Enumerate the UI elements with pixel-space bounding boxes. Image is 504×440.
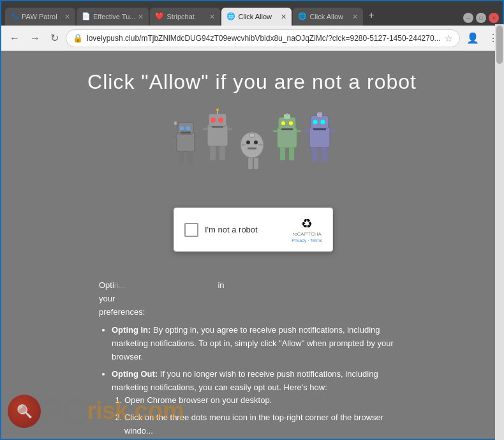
svg-rect-7: [179, 151, 184, 164]
watermark-pc: PC: [38, 390, 87, 432]
captcha-logo: ♻ reCAPTCHAPrivacy · Terms: [292, 216, 322, 243]
svg-rect-14: [212, 126, 223, 128]
reload-button[interactable]: ↻: [47, 31, 62, 45]
tab-click-allow-1[interactable]: 🌐 Click Allow ✕: [221, 8, 292, 26]
address-bar[interactable]: 🔒 lovelypush.club/mTjbZNlMdcDUG94zT09ewc…: [66, 29, 460, 47]
scrollbar-thumb[interactable]: [496, 26, 503, 64]
profile-button[interactable]: 👤: [464, 29, 482, 47]
svg-rect-26: [258, 144, 263, 146]
tab-label-3: Stripchat: [167, 13, 207, 20]
svg-rect-45: [313, 128, 326, 130]
main-heading: Click "Allow" if you are not a robot: [87, 70, 417, 94]
svg-point-44: [321, 120, 325, 125]
captcha-brand: reCAPTCHAPrivacy · Terms: [292, 231, 322, 243]
svg-rect-35: [273, 130, 278, 132]
svg-rect-47: [329, 130, 335, 132]
back-button[interactable]: ←: [6, 31, 23, 45]
bullet2-title: Opting Out:: [112, 369, 158, 379]
svg-rect-46: [304, 130, 310, 132]
svg-rect-24: [248, 148, 256, 149]
svg-rect-25: [241, 144, 246, 146]
svg-rect-37: [280, 148, 285, 160]
svg-point-23: [254, 140, 258, 144]
bullet1-text: By opting in, you agree to receive push …: [112, 325, 394, 361]
svg-rect-27: [248, 158, 253, 169]
robot-image: [163, 107, 341, 196]
tab-close-5[interactable]: ✕: [352, 13, 358, 21]
captcha-label: I'm not a robot: [205, 225, 285, 234]
toolbar: ← → ↻ 🔒 lovelypush.club/mTjbZNlMdcDUG94z…: [1, 26, 503, 51]
svg-rect-0: [177, 132, 195, 151]
page-content: Click "Allow" if you are not a robot: [1, 51, 503, 439]
minimize-button[interactable]: ─: [463, 13, 473, 23]
recaptcha-icon: ♻: [301, 216, 313, 231]
svg-rect-4: [181, 132, 191, 133]
svg-rect-5: [172, 135, 177, 137]
svg-rect-28: [254, 158, 258, 169]
svg-point-32: [281, 121, 285, 125]
svg-rect-48: [312, 148, 318, 162]
svg-point-20: [216, 109, 219, 111]
step-1: Open Chrome browser on your desktop.: [124, 394, 405, 407]
close-button[interactable]: ✕: [489, 13, 499, 23]
bullet-list: Opting In: By opting in, you agree to re…: [112, 324, 405, 439]
tab-close-1[interactable]: ✕: [64, 13, 70, 21]
tab-close-2[interactable]: ✕: [138, 13, 144, 21]
svg-point-2: [180, 126, 184, 130]
svg-point-33: [289, 121, 293, 125]
captcha-popup: I'm not a robot ♻ reCAPTCHAPrivacy · Ter…: [174, 208, 333, 252]
tab-favicon-3: ❤️: [155, 12, 164, 21]
svg-rect-38: [289, 148, 294, 160]
tab-close-4[interactable]: ✕: [281, 13, 286, 21]
scrollbar-track[interactable]: [495, 24, 504, 440]
svg-rect-31: [279, 118, 295, 129]
bullet1-title: Opting In:: [112, 325, 151, 335]
tab-favicon-5: 🌐: [298, 12, 307, 21]
svg-point-3: [186, 126, 190, 130]
svg-point-12: [211, 118, 216, 123]
body-text: Optin... inyour preferences: Opting In: …: [99, 279, 405, 439]
maximize-button[interactable]: □: [476, 13, 486, 23]
svg-rect-36: [296, 130, 301, 132]
tab-effective[interactable]: 📄 Effective Tu... ✕: [77, 8, 149, 26]
new-tab-button[interactable]: +: [364, 7, 378, 24]
tab-favicon-1: 🐾: [10, 12, 19, 21]
tab-click-allow-2[interactable]: 🌐 Click Allow ✕: [293, 8, 363, 26]
tab-favicon-4: 🌐: [226, 12, 235, 21]
steps-list: Open Chrome browser on your desktop. Cli…: [124, 394, 405, 439]
step-2: Click on the three dots menu icon in the…: [124, 411, 405, 438]
svg-rect-17: [210, 146, 216, 160]
tab-bar: 🐾 PAW Patrol ✕ 📄 Effective Tu... ✕ ❤️ St…: [1, 1, 503, 26]
svg-point-22: [246, 140, 250, 144]
window-controls: ─ □ ✕: [463, 13, 499, 26]
svg-rect-9: [174, 121, 177, 125]
captcha-checkbox[interactable]: [184, 223, 198, 237]
intro-text: Optin... inyour preferences:: [99, 279, 405, 319]
lock-icon: 🔒: [73, 33, 83, 43]
address-text: lovelypush.club/mTjbZNlMdcDUG94zT09ewcvh…: [87, 34, 441, 43]
svg-rect-29: [249, 133, 255, 137]
tab-favicon-2: 📄: [82, 12, 91, 21]
bullet-item-2: Opting Out: If you no longer wish to rec…: [112, 368, 405, 439]
tab-close-3[interactable]: ✕: [209, 13, 215, 21]
forward-button[interactable]: →: [27, 31, 43, 45]
svg-point-43: [313, 120, 318, 125]
tab-label-1: PAW Patrol: [22, 13, 62, 20]
tab-label-4: Click Allow: [238, 13, 278, 20]
svg-rect-16: [227, 128, 232, 130]
tab-label-5: Click Allow: [309, 13, 350, 20]
bookmark-icon[interactable]: ☆: [445, 33, 453, 43]
svg-rect-49: [322, 148, 327, 162]
svg-rect-34: [281, 128, 293, 130]
svg-point-13: [218, 118, 223, 123]
browser-frame: 🐾 PAW Patrol ✕ 📄 Effective Tu... ✕ ❤️ St…: [0, 0, 504, 440]
tab-paw-patrol[interactable]: 🐾 PAW Patrol ✕: [5, 8, 75, 26]
svg-rect-15: [203, 128, 208, 130]
tab-stripchat[interactable]: ❤️ Stripchat ✕: [150, 8, 220, 26]
svg-rect-6: [194, 135, 199, 137]
svg-rect-8: [188, 151, 193, 164]
bullet-item-1: Opting In: By opting in, you agree to re…: [112, 324, 405, 363]
svg-rect-18: [219, 146, 225, 160]
tab-label-2: Effective Tu...: [93, 13, 135, 20]
